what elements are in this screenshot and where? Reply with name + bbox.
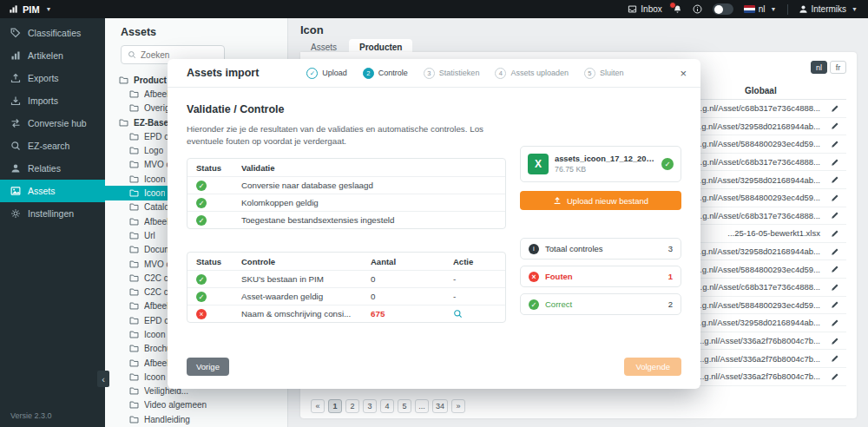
previous-button[interactable]: Vorige — [187, 358, 229, 376]
validation-row: ✓Conversie naar database geslaagd — [187, 176, 505, 194]
edit-icon[interactable] — [831, 354, 839, 363]
edit-icon[interactable] — [831, 265, 839, 273]
page-button-next[interactable]: » — [451, 399, 465, 413]
page-button-1[interactable]: 1 — [328, 399, 342, 413]
step-indicator: 3 — [424, 68, 435, 79]
page-button-prev[interactable]: « — [311, 399, 325, 413]
chevron-down-icon: ▼ — [852, 6, 858, 12]
language-selector[interactable]: nl ▼ — [744, 4, 777, 14]
edit-icon[interactable] — [831, 104, 839, 113]
app-logo[interactable]: PIM ▼ — [0, 4, 61, 15]
control-label: SKU's bestaan in PIM — [241, 274, 371, 284]
user-menu[interactable]: Intermiks ▼ — [799, 4, 858, 14]
sidebar-item-label: Relaties — [28, 163, 61, 174]
step-upload: ✓Upload — [306, 68, 347, 79]
asset-url: ...g.nl/Asset/c68b317e736c4888... — [695, 157, 820, 167]
folder-icon — [129, 231, 139, 240]
asset-url: ...g.nl/Asset/c68b317e736c4888... — [695, 211, 820, 220]
edit-icon[interactable] — [831, 175, 839, 184]
page-button-5[interactable]: 5 — [398, 399, 411, 413]
stat-label: Correct — [545, 299, 572, 309]
edit-icon[interactable] — [831, 140, 839, 148]
edit-icon[interactable] — [831, 283, 839, 292]
check-icon: ✓ — [529, 299, 539, 310]
sidebar-item-ez-search[interactable]: EZ-search — [0, 135, 105, 157]
edit-icon[interactable] — [831, 300, 839, 309]
edit-icon[interactable] — [831, 158, 839, 167]
theme-toggle[interactable] — [713, 3, 733, 15]
folder-icon — [129, 344, 139, 353]
asset-url: ...g.nl/Asset/336a2f76b8004c7b... — [697, 336, 820, 345]
next-button[interactable]: Volgende — [624, 358, 681, 376]
sidebar-item-classificaties[interactable]: Classificaties — [0, 22, 105, 44]
edit-icon[interactable] — [831, 372, 839, 381]
page-button-3[interactable]: 3 — [363, 399, 377, 413]
tree-item-label: Video algemeen — [144, 400, 207, 410]
sidebar-item-label: Exports — [28, 73, 59, 83]
step-controle: 2Controle — [363, 68, 408, 79]
control-label: Naam & omschrijving consi... — [241, 309, 371, 319]
asset-url: ...g.nl/Asset/5884800293ec4d59... — [695, 300, 820, 310]
export-icon — [10, 73, 21, 83]
tree-item-handleiding[interactable]: Handleiding — [105, 412, 287, 426]
tree-item-video-algemeen[interactable]: Video algemeen — [105, 398, 287, 412]
tree-item-label: Logo — [144, 146, 163, 155]
sidebar-item-instellingen[interactable]: Instellingen — [0, 202, 105, 225]
sidebar-item-imports[interactable]: Imports — [0, 89, 105, 112]
panel-collapse-button[interactable]: ‹ — [97, 371, 109, 387]
page-button-4[interactable]: 4 — [380, 399, 394, 413]
app-name: PIM — [23, 4, 40, 15]
lang-button-fr[interactable]: fr — [830, 61, 846, 74]
step-label: Upload — [322, 69, 347, 77]
sidebar-item-label: Classificaties — [28, 28, 81, 38]
edit-icon[interactable] — [831, 319, 839, 327]
page-button-ellipsis[interactable]: ... — [415, 399, 429, 413]
pim-app: PIM ▼ Inbox nl ▼ Inte — [0, 0, 868, 427]
step-label: Sluiten — [600, 69, 624, 77]
info-icon — [693, 4, 702, 14]
upload-new-file-button[interactable]: Upload nieuw bestand — [520, 191, 681, 210]
edit-icon[interactable] — [831, 194, 839, 202]
chevron-down-icon: ▼ — [771, 6, 777, 12]
sidebar-item-relaties[interactable]: Relaties — [0, 157, 105, 180]
modal-body: Validatie / Controle Hieronder zie je de… — [168, 88, 700, 344]
file-size: 76.75 KB — [555, 165, 655, 174]
page-button-34[interactable]: 34 — [432, 399, 448, 413]
notifications-button[interactable] — [673, 4, 682, 14]
section-description: Hieronder zie je de resultaten van de va… — [187, 123, 501, 148]
control-row: ×Naam & omschrijving consi...675 — [187, 305, 505, 322]
lang-button-nl[interactable]: nl — [811, 61, 827, 74]
version-label: Versie 2.3.0 — [10, 411, 52, 420]
tree-item-label: Overig — [144, 103, 169, 113]
inspect-errors-button[interactable] — [453, 309, 463, 319]
page-button-2[interactable]: 2 — [345, 399, 359, 413]
edit-icon[interactable] — [831, 247, 839, 256]
upload-icon — [553, 196, 562, 205]
check-icon: ✓ — [196, 181, 207, 191]
upload-summary-section: X assets_icoon_17_12_2025_... 76.75 KB ✓… — [520, 102, 681, 344]
search-input[interactable] — [141, 50, 210, 60]
check-stats: iTotaal controles3×Fouten1✓Correct2 — [520, 238, 681, 315]
edit-icon[interactable] — [831, 211, 839, 220]
validation-label: Kolomkoppen geldig — [241, 198, 496, 207]
sidebar-item-artikelen[interactable]: Artikelen — [0, 44, 105, 67]
folder-icon — [129, 160, 139, 169]
edit-icon[interactable] — [831, 337, 839, 345]
sidebar-item-exports[interactable]: Exports — [0, 67, 105, 89]
sidebar-item-label: Instellingen — [28, 208, 74, 219]
sidebar-item-conversie-hub[interactable]: Conversie hub — [0, 112, 105, 135]
inbox-button[interactable]: Inbox — [628, 4, 661, 14]
folder-icon — [119, 76, 128, 85]
close-icon[interactable]: × — [680, 68, 687, 79]
step-indicator: 4 — [495, 68, 506, 79]
chevron-down-icon: ▼ — [46, 6, 52, 12]
column-header-globaal: Globaal — [745, 86, 777, 95]
info-button[interactable] — [693, 4, 702, 14]
step-label: Assets uploaden — [510, 69, 569, 77]
folder-icon — [129, 330, 139, 339]
edit-icon[interactable] — [831, 122, 839, 130]
sidebar-item-assets[interactable]: Assets — [0, 180, 105, 202]
edit-icon[interactable] — [831, 229, 839, 238]
validation-row: ✓Toegestane bestandsextensies ingesteld — [187, 211, 505, 228]
actie-header: Actie — [453, 257, 496, 266]
